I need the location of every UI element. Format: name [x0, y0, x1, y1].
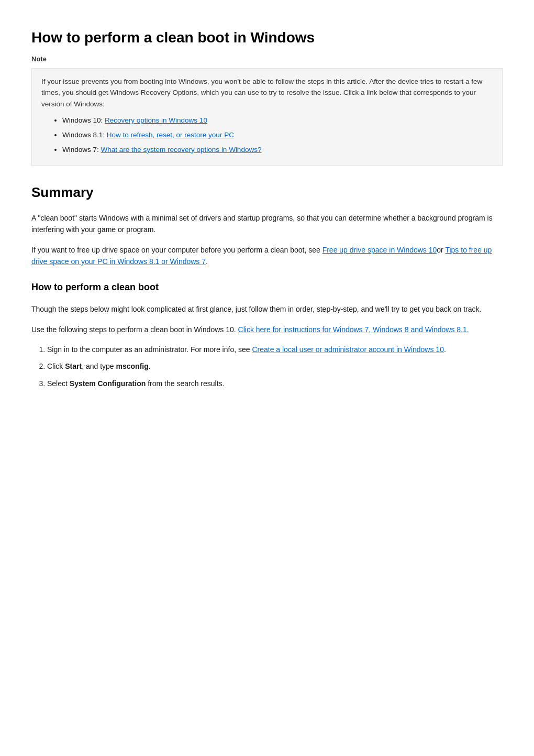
step-2: Click Start, and type msconfig. [47, 360, 503, 372]
step-3: Select System Configuration from the sea… [47, 378, 503, 389]
note-label: Note [31, 54, 503, 65]
main-content: Summary A "clean boot" starts Windows wi… [31, 182, 503, 389]
how-to-heading: How to perform a clean boot [31, 280, 503, 295]
note-intro-text: If your issue prevents you from booting … [41, 76, 493, 110]
steps-list: Sign in to the computer as an administra… [31, 344, 503, 389]
windows81-reset-link[interactable]: How to refresh, reset, or restore your P… [107, 131, 234, 139]
step1-prefix: Sign in to the computer as an administra… [47, 345, 252, 354]
step2-bold2: msconfig [116, 362, 149, 370]
step2-middle: , and type [82, 362, 116, 370]
how-to-paragraph-1: Though the steps below might look compli… [31, 303, 503, 315]
summary-para2-middle: or [437, 246, 445, 254]
step2-bold1: Start [65, 362, 82, 370]
page-title: How to perform a clean boot in Windows [31, 26, 503, 50]
create-local-user-link[interactable]: Create a local user or administrator acc… [252, 345, 444, 354]
summary-paragraph-1: A "clean boot" starts Windows with a min… [31, 212, 503, 236]
summary-para2-prefix: If you want to free up drive space on yo… [31, 246, 322, 254]
step3-suffix: from the search results. [146, 379, 224, 388]
summary-para2-suffix: . [206, 257, 208, 266]
note-list: Windows 10: Recovery options in Windows … [41, 115, 493, 155]
windows10-prefix: Windows 10: [62, 116, 105, 124]
how-to-paragraph-2: Use the following steps to perform a cle… [31, 324, 503, 335]
note-box: If your issue prevents you from booting … [31, 68, 503, 167]
step2-text: Click Start, and type msconfig. [47, 362, 151, 370]
windows10-recovery-link[interactable]: Recovery options in Windows 10 [105, 116, 207, 124]
step2-prefix: Click [47, 362, 65, 370]
windows7-recovery-link[interactable]: What are the system recovery options in … [101, 146, 262, 154]
step1-text: Sign in to the computer as an administra… [47, 345, 446, 354]
summary-heading: Summary [31, 182, 503, 204]
summary-paragraph-2: If you want to free up drive space on yo… [31, 244, 503, 268]
step2-suffix: . [149, 362, 151, 370]
windows81-prefix: Windows 8.1: [62, 131, 107, 139]
windows7-8-instructions-link[interactable]: Click here for instructions for Windows … [238, 325, 469, 334]
step3-text: Select System Configuration from the sea… [47, 379, 224, 388]
step-1: Sign in to the computer as an administra… [47, 344, 503, 355]
how-to-para2-prefix: Use the following steps to perform a cle… [31, 325, 238, 334]
windows7-prefix: Windows 7: [62, 146, 101, 154]
step3-prefix: Select [47, 379, 70, 388]
list-item: Windows 10: Recovery options in Windows … [62, 115, 493, 126]
step3-bold1: System Configuration [70, 379, 146, 388]
list-item: Windows 8.1: How to refresh, reset, or r… [62, 129, 493, 141]
list-item: Windows 7: What are the system recovery … [62, 144, 493, 156]
step1-suffix: . [444, 345, 446, 354]
free-up-space-win10-link[interactable]: Free up drive space in Windows 10 [322, 246, 437, 254]
